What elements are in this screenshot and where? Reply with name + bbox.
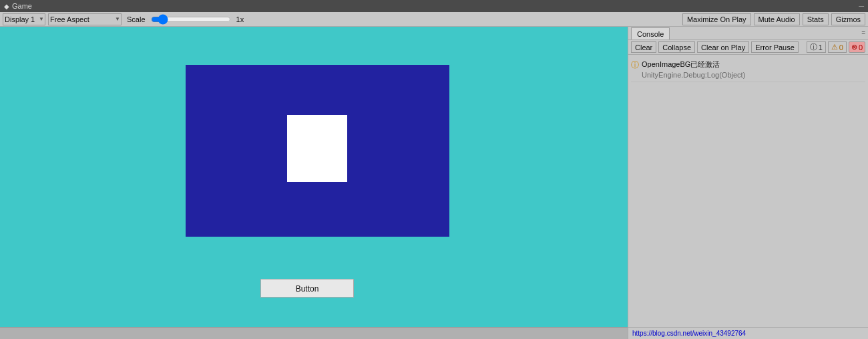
scale-value: 1x xyxy=(236,15,244,23)
console-panel: Console = Clear Collapse Clear on Play E… xyxy=(628,27,868,339)
main-area: Button Console = Clear Collapse Clear on… xyxy=(0,27,868,339)
log-entry: ⓘ OpenImageBG已经激活 UnityEngine.Debug:Log(… xyxy=(631,58,865,82)
display-select-wrapper[interactable]: Display 1 ▼ xyxy=(3,13,45,25)
display-select[interactable]: Display 1 xyxy=(3,13,45,25)
console-maximize-icon[interactable]: = xyxy=(861,29,865,37)
game-toolbar: Display 1 ▼ Free Aspect ▼ Scale 1x Maxim… xyxy=(0,12,868,27)
console-toolbar: Clear Collapse Clear on Play Error Pause… xyxy=(628,40,868,55)
log-line1: OpenImageBG已经激活 xyxy=(642,59,745,70)
warn-icon: ⚠ xyxy=(831,43,838,51)
clear-button[interactable]: Clear xyxy=(631,41,656,53)
title-bar: ◆ Game ─ xyxy=(0,0,868,12)
clear-on-play-button[interactable]: Clear on Play xyxy=(697,41,749,53)
canvas-area xyxy=(186,65,449,237)
console-header: Console = xyxy=(628,27,868,40)
console-status-bar: https://blog.csdn.net/weixin_43492764 xyxy=(628,327,868,339)
game-button[interactable]: Button xyxy=(260,279,354,298)
aspect-select[interactable]: Free Aspect xyxy=(48,13,122,25)
log-line2: UnityEngine.Debug:Log(Object) xyxy=(642,70,745,80)
warn-badge: ⚠ 0 xyxy=(828,41,847,53)
mute-audio-button[interactable]: Mute Audio xyxy=(754,13,800,25)
error-pause-button[interactable]: Error Pause xyxy=(751,41,799,53)
aspect-select-wrapper[interactable]: Free Aspect ▼ xyxy=(48,13,122,25)
window-title: Game xyxy=(12,2,32,10)
game-icon: ◆ xyxy=(4,3,9,10)
console-status-link[interactable]: https://blog.csdn.net/weixin_43492764 xyxy=(632,330,746,337)
scale-slider[interactable] xyxy=(151,15,231,24)
log-info-icon: ⓘ xyxy=(631,60,639,71)
info-icon: ⓘ xyxy=(810,42,817,52)
game-panel: Button xyxy=(0,27,628,339)
console-tab[interactable]: Console xyxy=(631,27,670,39)
maximize-on-play-button[interactable]: Maximize On Play xyxy=(682,13,751,25)
info-badge: ⓘ 1 xyxy=(807,41,826,53)
gizmos-button[interactable]: Gizmos xyxy=(831,13,865,25)
white-square xyxy=(287,115,347,182)
collapse-button[interactable]: Collapse xyxy=(658,41,695,53)
stats-button[interactable]: Stats xyxy=(803,13,829,25)
warn-count: 0 xyxy=(839,43,843,51)
error-badge: ⊗ 0 xyxy=(849,41,865,53)
info-count: 1 xyxy=(819,43,823,51)
error-icon: ⊗ xyxy=(851,43,857,51)
scale-label: Scale xyxy=(127,15,146,23)
log-text: OpenImageBG已经激活 UnityEngine.Debug:Log(Ob… xyxy=(642,59,745,80)
console-log[interactable]: ⓘ OpenImageBG已经激活 UnityEngine.Debug:Log(… xyxy=(628,55,868,327)
game-status-bar xyxy=(0,327,628,339)
error-count: 0 xyxy=(859,43,863,51)
maximize-symbol: ─ xyxy=(859,2,864,10)
